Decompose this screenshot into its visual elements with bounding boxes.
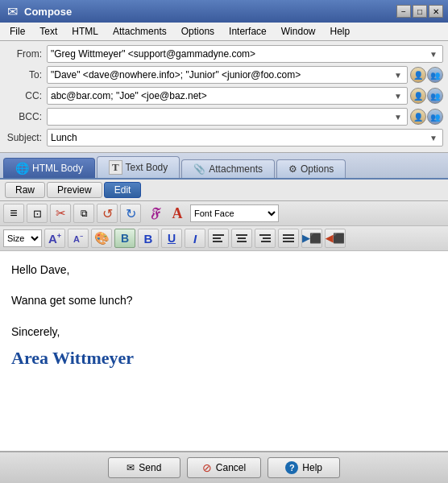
subtabs: Raw Preview Edit — [0, 180, 448, 201]
bcc-addr-book2[interactable]: 👥 — [427, 109, 443, 125]
script-icon: 𝔉 — [150, 205, 159, 221]
body-line-5: Sincerely, — [11, 323, 437, 341]
redo-icon: ↻ — [126, 206, 136, 221]
cancel-label: Cancel — [216, 462, 246, 473]
script-button[interactable]: 𝔉 — [143, 204, 164, 223]
italic-button[interactable]: I — [185, 229, 205, 248]
font-face-select[interactable]: Font Face Arial Times New Roman Courier … — [190, 204, 279, 222]
subject-field-wrap: ▼ — [47, 129, 443, 147]
redo-button[interactable]: ↻ — [120, 204, 141, 223]
options-icon: ⚙ — [288, 163, 297, 175]
undo-icon: ↺ — [102, 206, 113, 221]
palette-button[interactable]: 🎨 — [91, 229, 112, 248]
toolbar-1: ≡ ⊡ ✂ ⧉ ↺ ↻ 𝔉 A Font Face Arial Times Ne… — [0, 201, 448, 226]
subject-input[interactable] — [51, 132, 428, 143]
align-right-button[interactable] — [255, 229, 276, 248]
to-row: To: ▼ 👤 👥 — [5, 65, 443, 85]
new-window-button[interactable]: ⊡ — [27, 204, 48, 223]
tab-text-body[interactable]: T Text Body — [97, 156, 180, 178]
maximize-button[interactable]: □ — [413, 5, 427, 18]
cc-field-wrap: ▼ — [47, 87, 408, 105]
help-icon: ? — [285, 461, 298, 474]
text-color-button[interactable]: A — [167, 204, 188, 223]
underline-button[interactable]: U — [161, 229, 182, 248]
bcc-dropdown-arrow[interactable]: ▼ — [392, 113, 404, 122]
subject-label: Subject: — [5, 132, 47, 143]
toolbar-2: Size 8910 111214 16182436 A+ A− 🎨 B B U … — [0, 226, 448, 251]
format2-button[interactable]: B — [114, 229, 135, 248]
cc-dropdown-arrow[interactable]: ▼ — [392, 92, 404, 101]
cc-addr-book1[interactable]: 👤 — [410, 88, 426, 104]
to-addr-book1[interactable]: 👤 — [410, 67, 426, 83]
main-tabs: 🌐 HTML Body T Text Body 📎 Attachments ⚙ … — [0, 153, 448, 180]
align-left-button[interactable] — [208, 229, 229, 248]
bottom-bar: ✉ Send ⊘ Cancel ? Help — [0, 452, 448, 483]
shrink-text-button[interactable]: A− — [68, 229, 89, 248]
bold-button[interactable]: B — [138, 229, 159, 248]
align-right-icon — [259, 233, 272, 244]
to-addr-book2[interactable]: 👥 — [427, 67, 443, 83]
menu-help[interactable]: Help — [323, 24, 356, 39]
tab-html-body[interactable]: 🌐 HTML Body — [3, 158, 95, 178]
size-select[interactable]: Size 8910 111214 16182436 — [3, 229, 42, 247]
window-controls: − □ ✕ — [396, 5, 443, 18]
window-title: Compose — [24, 6, 396, 18]
align-justify-icon — [282, 233, 295, 244]
align-center-button[interactable] — [231, 229, 252, 248]
tab-attachments[interactable]: 📎 Attachments — [181, 159, 275, 178]
menu-interface[interactable]: Interface — [222, 24, 273, 39]
copy-button[interactable]: ⧉ — [73, 204, 94, 223]
to-input[interactable] — [51, 69, 392, 80]
tab-attachments-label: Attachments — [209, 163, 263, 175]
menu-html[interactable]: HTML — [65, 24, 105, 39]
list-button[interactable]: ≡ — [3, 204, 24, 223]
tab-options[interactable]: ⚙ Options — [276, 159, 346, 178]
cancel-button[interactable]: ⊘ Cancel — [187, 457, 261, 478]
align-left-icon — [212, 233, 225, 244]
subtab-edit[interactable]: Edit — [104, 182, 142, 198]
text-color-icon: A — [172, 205, 183, 222]
from-dropdown-arrow[interactable]: ▼ — [428, 50, 439, 59]
menu-attachments[interactable]: Attachments — [106, 24, 173, 39]
body-line-4 — [11, 310, 437, 323]
html-body-icon: 🌐 — [15, 162, 29, 175]
new-window-icon: ⊡ — [33, 208, 42, 220]
app-icon: ✉ — [5, 4, 19, 19]
undo-button[interactable]: ↺ — [97, 204, 118, 223]
send-label: Send — [139, 462, 161, 473]
help-label: Help — [302, 462, 322, 473]
to-dropdown-arrow[interactable]: ▼ — [392, 71, 404, 80]
align-justify-button[interactable] — [278, 229, 299, 248]
close-button[interactable]: ✕ — [429, 5, 443, 18]
body-line-1: Hello Dave, — [11, 261, 437, 279]
menu-file[interactable]: File — [3, 24, 31, 39]
send-button[interactable]: ✉ Send — [108, 457, 180, 478]
shrink-icon: A− — [73, 233, 83, 244]
from-input[interactable] — [51, 48, 428, 60]
bcc-addr-book1[interactable]: 👤 — [410, 109, 426, 125]
grow-text-button[interactable]: A+ — [44, 229, 65, 248]
bcc-label: BCC: — [5, 111, 47, 122]
from-field-wrap: ▼ — [47, 45, 443, 63]
outdent-button[interactable]: ◀⬛ — [325, 229, 346, 248]
help-button[interactable]: ? Help — [268, 457, 340, 478]
from-label: From: — [5, 48, 47, 60]
tab-text-body-label: Text Body — [126, 162, 168, 173]
subject-dropdown-arrow[interactable]: ▼ — [428, 134, 439, 142]
bcc-input[interactable] — [51, 111, 392, 122]
grow-icon: A+ — [48, 232, 61, 246]
cc-addr-book2[interactable]: 👥 — [427, 88, 443, 104]
indent-button[interactable]: ▶⬛ — [301, 229, 322, 248]
tab-options-label: Options — [301, 163, 334, 175]
cut-button[interactable]: ✂ — [50, 204, 71, 223]
menu-text[interactable]: Text — [33, 24, 64, 39]
copy-icon: ⧉ — [81, 208, 88, 219]
menu-window[interactable]: Window — [275, 24, 322, 39]
subtab-raw[interactable]: Raw — [5, 182, 45, 198]
minimize-button[interactable]: − — [396, 5, 411, 18]
compose-body[interactable]: Hello Dave, Wanna get some lunch? Sincer… — [0, 251, 448, 452]
cc-input[interactable] — [51, 90, 392, 101]
subtab-preview[interactable]: Preview — [47, 182, 102, 198]
title-bar: ✉ Compose − □ ✕ — [0, 0, 448, 23]
menu-options[interactable]: Options — [175, 24, 221, 39]
